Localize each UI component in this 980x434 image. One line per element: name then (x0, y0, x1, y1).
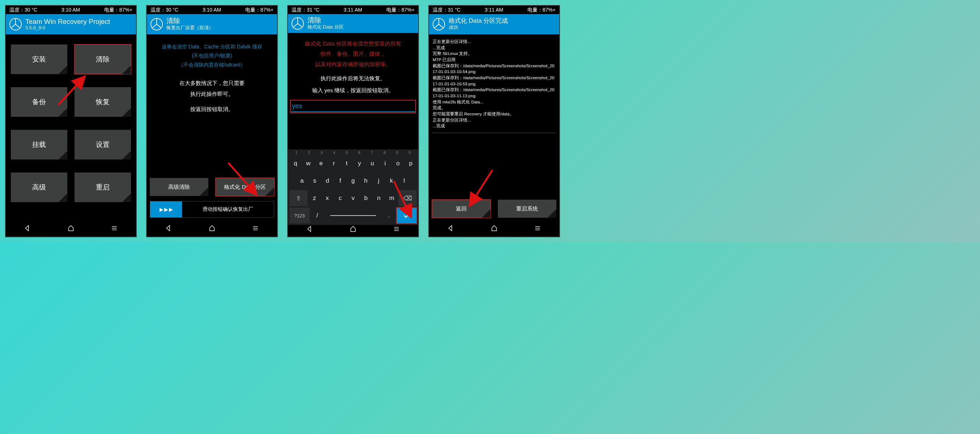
twrp-logo (432, 17, 446, 31)
key-g[interactable]: g (347, 173, 359, 189)
slider-knob[interactable]: ▶▶▶ (150, 202, 182, 217)
nav-menu-icon[interactable] (110, 224, 118, 233)
key-enter[interactable] (396, 208, 417, 224)
log-line: 完成。 (433, 105, 556, 111)
warn-line: 软件、备份、图片、媒体， (291, 49, 415, 59)
reboot-system-button[interactable]: 重启系统 (498, 200, 556, 218)
confirm-input[interactable] (291, 101, 415, 112)
tile-reboot[interactable]: 重启 (75, 173, 131, 202)
key-c[interactable]: c (334, 190, 347, 206)
key-slash[interactable]: / (310, 208, 324, 224)
button-label: 格式化 Data 分区 (224, 184, 266, 191)
info-line: 执行此操作后将无法恢复。 (291, 72, 415, 84)
key-j[interactable]: j (372, 173, 385, 189)
key-backspace[interactable]: ⌫ (399, 190, 417, 206)
tile-settings[interactable]: 设置 (75, 130, 131, 159)
key-s[interactable]: s (309, 173, 321, 189)
page-subtitle: 成功 (449, 24, 508, 31)
key-symbols[interactable]: ?123 (290, 208, 310, 224)
key-l[interactable]: l (398, 173, 410, 189)
key-b[interactable]: b (360, 190, 372, 206)
nav-home-icon[interactable] (349, 225, 357, 234)
key-space[interactable] (325, 208, 381, 224)
tile-install[interactable]: 安装 (11, 45, 67, 74)
log-line: 完整 SELinux 支持。 (433, 51, 556, 57)
info-line: 这将会清空 Data、Cache 分区和 Dalvik 缓存 (150, 42, 274, 51)
info-line: 执行此操作即可。 (150, 89, 274, 99)
key-y[interactable]: y (353, 156, 365, 172)
log-line: 正在更新分区详情... (433, 39, 556, 45)
status-bar: 温度：30 °C 3:10 AM 电量：87%+ (6, 6, 136, 14)
slider-label: 滑动按钮确认恢复出厂 (182, 202, 274, 217)
key-i[interactable]: i (379, 156, 391, 172)
nav-back-icon[interactable] (306, 225, 313, 234)
format-data-button[interactable]: 格式化 Data 分区 (216, 178, 274, 196)
log-line: MTP 已启用 (433, 57, 556, 63)
key-a[interactable]: a (296, 173, 308, 189)
back-button[interactable]: 返回 (432, 200, 490, 218)
key-d[interactable]: d (321, 173, 334, 189)
key-r[interactable]: r (328, 156, 340, 172)
key-dot[interactable]: . (382, 208, 396, 224)
nav-back-icon[interactable] (24, 224, 32, 233)
tile-wipe[interactable]: 清除 (75, 45, 131, 74)
console-log: 正在更新分区详情... ...完成 完整 SELinux 支持。 MTP 已启用… (432, 37, 556, 130)
advanced-wipe-button[interactable]: 高级清除 (150, 178, 208, 196)
twrp-logo (9, 17, 22, 31)
key-shift[interactable]: ⇧ (290, 190, 307, 206)
nav-menu-icon[interactable] (393, 225, 401, 234)
twrp-logo (150, 17, 164, 31)
button-label: 返回 (456, 205, 467, 212)
keyboard: 1234567890 qwertyuiop asdfghjkl ⇧ zxcvbn… (288, 149, 418, 225)
title-bar: 清除 格式化 Data 分区 (288, 14, 418, 33)
status-batt: 电量：87%+ (104, 7, 132, 13)
key-n[interactable]: n (372, 190, 385, 206)
key-p[interactable]: p (405, 156, 417, 172)
tile-label: 挂载 (32, 140, 46, 149)
page-subtitle: 恢复出厂设置（双清） (166, 25, 213, 31)
key-o[interactable]: o (392, 156, 404, 172)
page-title: 清除 (166, 17, 213, 25)
nav-menu-icon[interactable] (534, 224, 542, 233)
key-z[interactable]: z (308, 190, 321, 206)
nav-menu-icon[interactable] (251, 224, 259, 233)
tile-label: 设置 (96, 140, 110, 149)
tile-label: 备份 (32, 97, 46, 107)
status-time: 3:11 AM (344, 7, 362, 13)
nav-home-icon[interactable] (67, 224, 75, 233)
status-bar: 温度：31 °C 3:11 AM 电量：87%+ (429, 6, 559, 14)
nav-home-icon[interactable] (208, 224, 216, 233)
key-e[interactable]: e (315, 156, 327, 172)
log-line: 截图已保存到：/data/media/Pictures/Screenshots/… (433, 87, 556, 99)
status-temp: 温度：31 °C (433, 7, 461, 13)
status-time: 3:10 AM (62, 7, 80, 13)
tile-backup[interactable]: 备份 (11, 87, 67, 117)
key-k[interactable]: k (385, 173, 397, 189)
key-x[interactable]: x (321, 190, 334, 206)
key-v[interactable]: v (347, 190, 359, 206)
key-m[interactable]: m (386, 190, 398, 206)
status-temp: 温度：30 °C (151, 7, 178, 13)
nav-home-icon[interactable] (490, 224, 498, 233)
screen-format-done: 温度：31 °C 3:11 AM 电量：87%+ 格式化 Data 分区完成 成… (428, 5, 560, 237)
tile-advanced[interactable]: 高级 (11, 173, 67, 202)
info-line: (不包括用户/锁屏) (150, 51, 274, 60)
key-u[interactable]: u (366, 156, 378, 172)
app-version: 3.5.0_9-0 (25, 25, 110, 30)
nav-back-icon[interactable] (447, 224, 455, 233)
tile-restore[interactable]: 恢复 (75, 87, 131, 117)
log-line: 您可能需要重启 Recovery 才能使用/data。 (433, 111, 556, 117)
key-t[interactable]: t (341, 156, 353, 172)
tile-mount[interactable]: 挂载 (11, 130, 67, 159)
confirm-input-wrap (291, 100, 415, 113)
log-line: ...完成 (433, 45, 556, 51)
nav-bar (429, 221, 559, 237)
key-h[interactable]: h (360, 173, 372, 189)
status-time: 3:11 AM (485, 7, 503, 13)
key-q[interactable]: q (290, 156, 301, 172)
warn-line: 格式化 Data 分区将会清空您安装的所有 (291, 39, 415, 49)
swipe-slider[interactable]: ▶▶▶ 滑动按钮确认恢复出厂 (150, 201, 274, 218)
key-w[interactable]: w (302, 156, 314, 172)
nav-back-icon[interactable] (165, 224, 173, 233)
key-f[interactable]: f (334, 173, 346, 189)
